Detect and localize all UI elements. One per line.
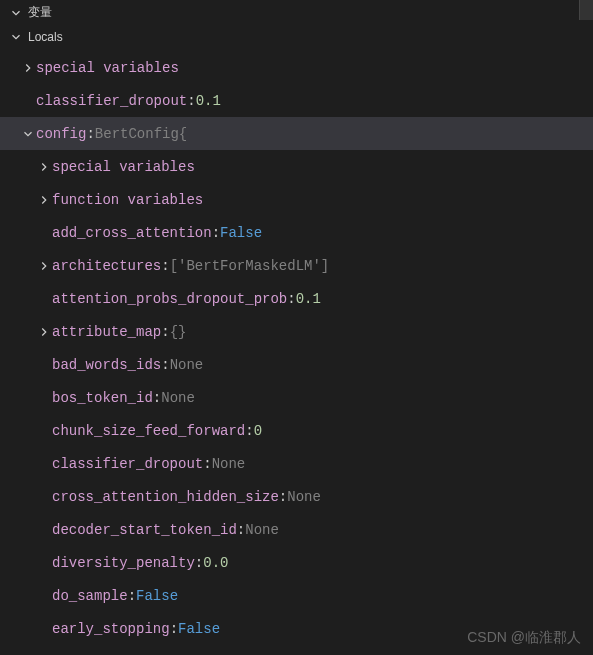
variable-name: bos_token_id [52,390,153,406]
colon: : [161,324,169,340]
variable-name: classifier_dropout [36,93,187,109]
variable-name: bad_words_ids [52,357,161,373]
colon: : [203,456,211,472]
colon: : [161,357,169,373]
variable-value: ] [321,258,329,274]
variable-value: BertConfig [95,126,179,142]
tree-row[interactable]: architectures: ['BertForMaskedLM'] [0,249,593,282]
tree-row[interactable]: config: BertConfig { [0,117,593,150]
chevron-down-icon[interactable] [20,126,36,142]
variable-value: None [287,489,321,505]
colon: : [195,555,203,571]
variable-name: chunk_size_feed_forward [52,423,245,439]
panel-title: 变量 [28,4,52,21]
locals-section-header[interactable]: Locals [0,25,593,49]
variable-name: function variables [52,192,203,208]
variable-name: attribute_map [52,324,161,340]
variable-value: [ [170,258,178,274]
tree-row[interactable]: chunk_size_feed_forward: 0 [0,414,593,447]
variables-panel-header[interactable]: 变量 [0,0,593,25]
tree-row[interactable]: attribute_map: {} [0,315,593,348]
variable-name: decoder_start_token_id [52,522,237,538]
chevron-down-icon [8,5,24,21]
variable-value: 0.0 [203,555,228,571]
variable-value: None [212,456,246,472]
variable-name: architectures [52,258,161,274]
variable-name: special variables [36,60,179,76]
variable-value: False [178,621,220,637]
variable-name: cross_attention_hidden_size [52,489,279,505]
colon: : [153,390,161,406]
variable-name: do_sample [52,588,128,604]
colon: : [128,588,136,604]
variable-value: {} [170,324,187,340]
variable-value: None [245,522,279,538]
variable-value: False [136,588,178,604]
chevron-right-icon[interactable] [36,192,52,208]
variable-name: special variables [52,159,195,175]
variable-value: 'BertForMaskedLM' [178,258,321,274]
variable-value: 0.1 [296,291,321,307]
watermark: CSDN @临淮郡人 [467,629,581,647]
tree-row[interactable]: function variables [0,183,593,216]
colon: : [287,291,295,307]
tree-row[interactable]: cross_attention_hidden_size: None [0,480,593,513]
tree-row[interactable]: add_cross_attention: False [0,216,593,249]
tree-row[interactable]: attention_probs_dropout_prob: 0.1 [0,282,593,315]
tree-row[interactable]: classifier_dropout: None [0,447,593,480]
variable-name: add_cross_attention [52,225,212,241]
colon: : [187,93,195,109]
colon: : [212,225,220,241]
variable-value: None [170,357,204,373]
variable-value: 0.1 [196,93,221,109]
section-name: Locals [28,30,63,44]
tree-row[interactable]: decoder_start_token_id: None [0,513,593,546]
tree-row[interactable]: bos_token_id: None [0,381,593,414]
chevron-right-icon[interactable] [20,60,36,76]
chevron-down-icon [8,29,24,45]
colon: : [279,489,287,505]
tree-row[interactable]: do_sample: False [0,579,593,612]
colon: : [161,258,169,274]
variable-name: classifier_dropout [52,456,203,472]
tree-row[interactable]: special variables [0,51,593,84]
variable-value: 0 [254,423,262,439]
scrollbar-corner [579,0,593,20]
tree-row[interactable]: bad_words_ids: None [0,348,593,381]
colon: : [245,423,253,439]
variable-name: config [36,126,86,142]
variable-value: None [161,390,195,406]
variable-name: attention_probs_dropout_prob [52,291,287,307]
chevron-right-icon[interactable] [36,324,52,340]
variable-value: False [220,225,262,241]
colon: : [86,126,94,142]
variable-name: diversity_penalty [52,555,195,571]
chevron-right-icon[interactable] [36,258,52,274]
variable-name: early_stopping [52,621,170,637]
variable-value: { [179,126,187,142]
colon: : [170,621,178,637]
colon: : [237,522,245,538]
chevron-right-icon[interactable] [36,159,52,175]
variables-tree: special variablesclassifier_dropout: 0.1… [0,49,593,647]
tree-row[interactable]: classifier_dropout: 0.1 [0,84,593,117]
tree-row[interactable]: special variables [0,150,593,183]
tree-row[interactable]: diversity_penalty: 0.0 [0,546,593,579]
